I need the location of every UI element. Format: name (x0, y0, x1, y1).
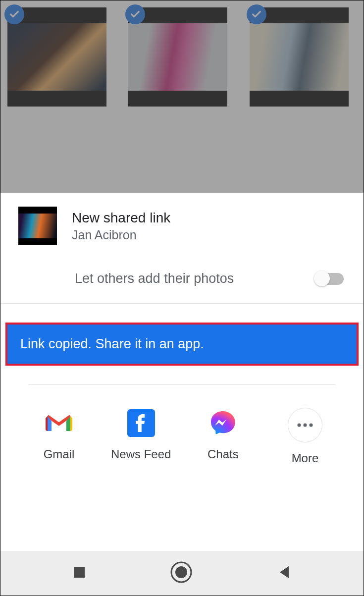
svg-point-2 (303, 424, 307, 427)
share-app-label: Gmail (44, 447, 75, 461)
let-others-toggle[interactable] (315, 273, 344, 285)
share-header-text: New shared link Jan Acibron (72, 210, 170, 242)
more-icon (288, 408, 322, 442)
svg-rect-4 (74, 567, 85, 578)
svg-point-1 (297, 424, 301, 427)
share-app-more[interactable]: More (270, 408, 340, 465)
let-others-row: Let others add their photos (0, 254, 364, 303)
share-app-gmail[interactable]: Gmail (24, 408, 94, 461)
gmail-icon (44, 408, 74, 438)
facebook-icon (126, 408, 156, 438)
share-subtitle: Jan Acibron (72, 228, 170, 242)
nav-back-button[interactable] (277, 565, 292, 582)
nav-recents-button[interactable] (72, 565, 86, 581)
banner-wrap: Link copied. Share it in an app. (0, 304, 364, 384)
share-app-facebook[interactable]: News Feed (106, 408, 176, 461)
svg-point-6 (175, 566, 187, 578)
share-apps-row: Gmail News Feed (0, 385, 364, 480)
share-app-label: More (292, 451, 319, 465)
share-app-messenger[interactable]: Chats (188, 408, 258, 461)
let-others-label: Let others add their photos (75, 271, 234, 286)
android-nav-bar (0, 551, 364, 596)
share-app-label: News Feed (111, 447, 171, 461)
nav-home-button[interactable] (170, 561, 193, 586)
share-sheet: New shared link Jan Acibron Let others a… (0, 193, 364, 596)
share-thumbnail (18, 207, 57, 245)
share-app-label: Chats (208, 447, 239, 461)
svg-point-3 (309, 424, 312, 427)
link-copied-banner: Link copied. Share it in an app. (5, 323, 359, 366)
messenger-icon (208, 408, 238, 438)
share-title: New shared link (72, 210, 170, 226)
share-header: New shared link Jan Acibron (0, 193, 364, 254)
